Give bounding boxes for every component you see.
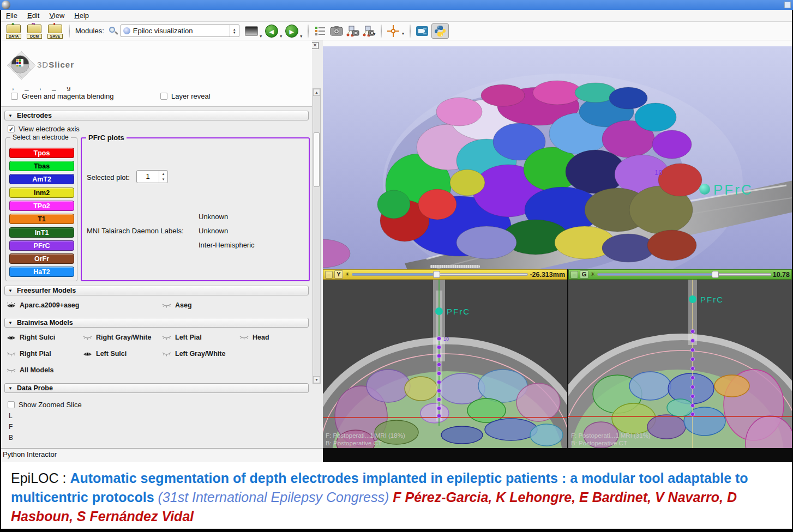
visibility-eye-icon[interactable] bbox=[7, 350, 16, 358]
model-all-models[interactable]: All Models bbox=[7, 366, 54, 374]
dropdown-caret-icon[interactable]: ▼ bbox=[279, 34, 283, 38]
collapse-slice-button[interactable]: – bbox=[325, 271, 333, 279]
collapse-triangle-icon[interactable]: ▼ bbox=[8, 113, 13, 118]
panel-close-icon[interactable]: ✕ bbox=[311, 42, 319, 49]
visibility-eye-icon[interactable] bbox=[83, 350, 92, 358]
electrode-button-int1[interactable]: InT1 bbox=[9, 227, 74, 238]
collapse-triangle-icon[interactable]: ▼ bbox=[8, 386, 13, 391]
electrode-button-tpos[interactable]: Tpos bbox=[9, 148, 74, 158]
model-aseg[interactable]: Aseg bbox=[162, 301, 192, 309]
save-button[interactable]: ⬇ SAVE bbox=[46, 23, 64, 39]
load-data-button[interactable]: ⬆ DATA bbox=[4, 23, 23, 39]
model-left-gray-white[interactable]: Left Gray/White bbox=[162, 350, 225, 358]
model-right-gray-white[interactable]: Right Gray/White bbox=[83, 334, 151, 341]
scene-view-capture-button[interactable] bbox=[346, 25, 360, 38]
python-interactor-title[interactable]: Python Interactor bbox=[1, 448, 323, 462]
scroll-up-icon[interactable]: ▲ bbox=[313, 89, 320, 96]
module-back-button[interactable]: ◀ bbox=[265, 25, 278, 38]
slice-offset-slider[interactable] bbox=[597, 273, 771, 276]
slice-pin-icon[interactable]: ☀ bbox=[590, 271, 596, 278]
data-probe-section-header[interactable]: ▼ Data Probe bbox=[4, 383, 309, 393]
electrode-button-amt2[interactable]: AmT2 bbox=[9, 174, 74, 184]
dropdown-caret-icon[interactable]: ▼ bbox=[259, 34, 263, 38]
pfrc-marker-dot[interactable] bbox=[689, 295, 696, 303]
panel-scrollbar[interactable]: ▲ ▼ bbox=[313, 88, 321, 384]
spinbox-value[interactable]: 1 bbox=[137, 171, 159, 183]
module-search-icon[interactable] bbox=[109, 26, 118, 36]
module-finder-icon[interactable] bbox=[313, 25, 327, 38]
slice-pin-icon[interactable]: ☀ bbox=[345, 271, 350, 278]
layer-reveal-checkbox[interactable]: Layer reveal bbox=[160, 92, 211, 100]
model-head[interactable]: Head bbox=[239, 334, 269, 341]
scene-views-menu-button[interactable]: ▼ bbox=[362, 25, 376, 38]
slider-handle[interactable] bbox=[712, 271, 719, 278]
model-aparc[interactable]: Aparc.a2009+aseg bbox=[7, 301, 79, 309]
combobox-spinner-icon[interactable]: ▲▼ bbox=[230, 25, 239, 37]
pfrc-marker-dot[interactable] bbox=[435, 307, 443, 315]
crosshair-button[interactable] bbox=[386, 25, 400, 38]
electrode-button-inm2[interactable]: Inm2 bbox=[9, 188, 74, 198]
freesurfer-section-header[interactable]: ▼ Freesurfer Models bbox=[4, 286, 309, 295]
menu-view[interactable]: View bbox=[44, 10, 69, 21]
dropdown-caret-icon[interactable]: ▼ bbox=[401, 32, 405, 35]
view-electrode-axis-checkbox[interactable]: View electrode axis bbox=[8, 125, 80, 133]
module-forward-button[interactable]: ▶ bbox=[285, 25, 298, 38]
slice-offset-slider[interactable] bbox=[352, 273, 528, 276]
show-zoomed-slice-checkbox[interactable]: Show Zoomed Slice bbox=[8, 401, 82, 409]
slider-handle[interactable] bbox=[433, 271, 440, 278]
scroll-down-icon[interactable]: ▼ bbox=[313, 376, 320, 383]
checkbox-icon[interactable] bbox=[160, 93, 167, 100]
collapse-triangle-icon[interactable]: ▼ bbox=[8, 288, 13, 293]
visibility-eye-icon[interactable] bbox=[83, 334, 92, 341]
screenshot-camera-button[interactable] bbox=[329, 25, 344, 38]
titlebar-button[interactable] bbox=[784, 2, 791, 8]
electrode-button-tpo2[interactable]: TPo2 bbox=[9, 201, 74, 211]
electrode-button-t1[interactable]: T1 bbox=[9, 214, 74, 224]
title-bar[interactable] bbox=[0, 0, 793, 10]
collapse-triangle-icon[interactable]: ▼ bbox=[8, 321, 13, 325]
module-history-button[interactable] bbox=[245, 26, 258, 36]
slice-view-label[interactable]: G bbox=[580, 270, 588, 279]
model-left-pial[interactable]: Left Pial bbox=[162, 334, 202, 341]
green-slice-view[interactable]: PFrC F: Postoperati...1 MRI (31%) B: Pos… bbox=[568, 280, 792, 448]
visibility-eye-icon[interactable] bbox=[239, 334, 249, 341]
selected-plot-spinbox[interactable]: 1 ▲▼ bbox=[136, 170, 168, 183]
python-interactor-button[interactable] bbox=[431, 23, 449, 39]
electrode-button-tbas[interactable]: Tbas bbox=[9, 161, 74, 171]
dropdown-caret-icon[interactable]: ▼ bbox=[373, 32, 376, 36]
electrode-button-hat2[interactable]: HaT2 bbox=[9, 267, 74, 277]
slice-view-label[interactable]: Y bbox=[334, 270, 343, 279]
menu-file[interactable]: File bbox=[1, 10, 22, 21]
pane-resize-handle[interactable] bbox=[430, 265, 480, 268]
visibility-eye-icon[interactable] bbox=[162, 302, 171, 309]
visibility-eye-icon[interactable] bbox=[7, 302, 16, 309]
view-3d[interactable]: 10 PFrC bbox=[323, 46, 792, 269]
scrollbar-thumb[interactable] bbox=[314, 132, 320, 187]
menu-help[interactable]: Help bbox=[69, 10, 94, 21]
dicom-button[interactable]: ⇅ DCM bbox=[25, 23, 44, 39]
pfrc-marker-sphere[interactable] bbox=[699, 184, 710, 195]
yellow-slice-view[interactable]: 10 PFrC F: Postoperati...1 MRI (18%) B: … bbox=[323, 280, 567, 448]
model-right-sulci[interactable]: Right Sulci bbox=[7, 334, 55, 341]
dropdown-caret-icon[interactable]: ▼ bbox=[299, 34, 303, 38]
visibility-eye-icon[interactable] bbox=[7, 334, 16, 341]
electrode-button-pfrc[interactable]: PFrC bbox=[9, 240, 74, 251]
extensions-manager-button[interactable] bbox=[415, 25, 429, 38]
checkbox-icon[interactable] bbox=[11, 93, 18, 100]
model-left-sulci[interactable]: Left Sulci bbox=[83, 350, 127, 358]
visibility-eye-icon[interactable] bbox=[162, 350, 171, 358]
electrode-button-orfr[interactable]: OrFr bbox=[9, 253, 74, 264]
electrodes-section-header[interactable]: ▼ Electrodes bbox=[4, 111, 309, 120]
brainvisa-section-header[interactable]: ▼ Brainvisa Models bbox=[4, 318, 309, 328]
checkbox-icon[interactable] bbox=[8, 401, 15, 408]
model-right-pial[interactable]: Right Pial bbox=[7, 350, 51, 358]
collapse-slice-button[interactable]: – bbox=[570, 271, 578, 279]
checkbox-icon[interactable] bbox=[8, 125, 15, 132]
green-magenta-checkbox[interactable]: Green and magenta blending bbox=[11, 92, 113, 100]
spinbox-arrows-icon[interactable]: ▲▼ bbox=[159, 171, 167, 183]
visibility-eye-icon[interactable] bbox=[162, 334, 171, 341]
visibility-eye-icon[interactable] bbox=[7, 367, 16, 374]
module-selector-combobox[interactable]: Epiloc visualization ▲▼ bbox=[121, 25, 239, 37]
menu-edit[interactable]: Edit bbox=[22, 10, 44, 21]
select-electrode-group: Select an electrode Tpos Tbas AmT2 Inm2 … bbox=[5, 137, 77, 281]
